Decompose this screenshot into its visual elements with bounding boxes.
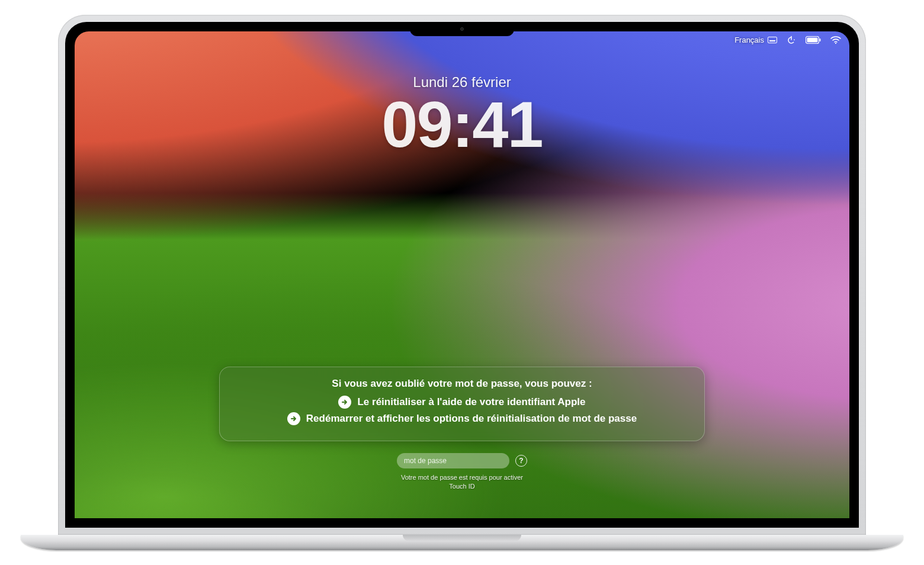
input-source-menu[interactable]: Français bbox=[734, 36, 777, 44]
restart-reset-options-button[interactable]: Redémarrer et afficher les options de ré… bbox=[235, 412, 689, 425]
laptop-lid: Français bbox=[58, 15, 866, 535]
clock-time: 09:41 bbox=[75, 92, 849, 157]
password-input[interactable] bbox=[397, 453, 509, 468]
laptop-frame: Français bbox=[21, 15, 903, 550]
lock-screen: Français bbox=[75, 31, 849, 518]
battery-icon[interactable] bbox=[806, 36, 821, 44]
wifi-icon[interactable] bbox=[830, 36, 841, 44]
camera-icon bbox=[460, 27, 464, 31]
clock: Lundi 26 février 09:41 bbox=[75, 74, 849, 157]
arrow-right-circle-icon bbox=[338, 396, 351, 409]
reset-with-apple-id-button[interactable]: Le réinitialiser à l'aide de votre ident… bbox=[235, 396, 689, 409]
password-recovery-panel: Si vous avez oublié votre mot de passe, … bbox=[219, 367, 705, 441]
recovery-option-label: Redémarrer et afficher les options de ré… bbox=[306, 413, 637, 425]
arrow-right-circle-icon bbox=[287, 412, 300, 425]
password-hint-button[interactable]: ? bbox=[515, 455, 527, 467]
recovery-option-label: Le réinitialiser à l'aide de votre ident… bbox=[357, 396, 585, 408]
display-notch bbox=[410, 22, 514, 36]
password-area: ? Votre mot de passe est requis pour act… bbox=[355, 453, 569, 491]
laptop-base bbox=[21, 535, 903, 550]
svg-point-5 bbox=[835, 42, 836, 43]
menubar: Français bbox=[734, 35, 841, 44]
svg-rect-4 bbox=[820, 38, 821, 41]
input-source-label: Français bbox=[734, 36, 764, 44]
keyboard-icon bbox=[768, 37, 777, 43]
recovery-title: Si vous avez oublié votre mot de passe, … bbox=[235, 378, 689, 390]
password-required-message: Votre mot de passe est requis pour activ… bbox=[397, 473, 527, 491]
laptop-bezel: Français bbox=[65, 22, 859, 528]
svg-rect-3 bbox=[807, 37, 818, 42]
power-icon[interactable] bbox=[787, 35, 796, 44]
